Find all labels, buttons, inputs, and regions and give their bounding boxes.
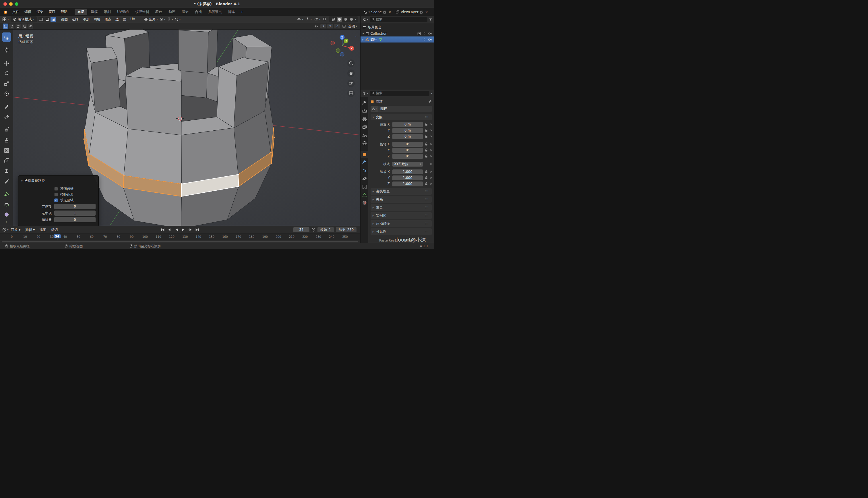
timeline-menu-0[interactable]: 回放 ▾ xyxy=(9,227,23,233)
viewport-menu-3[interactable]: 网格 xyxy=(92,16,103,22)
timeline-menu-2[interactable]: 视图 xyxy=(37,227,49,233)
animate-decorator-icon[interactable] xyxy=(430,143,432,145)
transform-value-field[interactable]: 0° xyxy=(392,142,423,147)
properties-tab-data[interactable] xyxy=(361,191,368,198)
transform-value-field[interactable]: 0° xyxy=(392,148,423,153)
tool-loop-cut[interactable] xyxy=(2,166,11,175)
animate-decorator-icon[interactable] xyxy=(430,155,432,157)
properties-tab-object[interactable] xyxy=(361,151,368,158)
workspace-tab-6[interactable]: 动画 xyxy=(166,9,178,15)
properties-tab-render[interactable] xyxy=(361,107,368,115)
properties-tab-world[interactable] xyxy=(361,140,368,147)
checkbox-0[interactable] xyxy=(54,187,58,191)
wireframe-shading-button[interactable] xyxy=(331,17,336,22)
tool-extrude[interactable] xyxy=(2,136,11,145)
animate-decorator-icon[interactable] xyxy=(430,149,432,151)
animate-decorator-icon[interactable] xyxy=(430,130,432,131)
ortho-grid-icon[interactable] xyxy=(347,90,355,97)
topbar-menu-2[interactable]: 渲染 xyxy=(34,9,46,15)
tool-measure[interactable] xyxy=(2,113,11,122)
camera-view-icon[interactable] xyxy=(347,80,355,87)
properties-section-0[interactable]: ▸变换增量∷∷ xyxy=(370,188,432,195)
breadcrumb-label[interactable]: 圆环 xyxy=(376,100,383,104)
viewport-menu-5[interactable]: 边 xyxy=(113,16,121,22)
object-name-field[interactable]: 圆环 xyxy=(378,106,432,112)
pivot-point-dropdown[interactable]: ▾ xyxy=(160,17,166,21)
new-view-layer-icon[interactable] xyxy=(420,10,423,14)
animate-decorator-icon[interactable] xyxy=(430,171,432,173)
workspace-tab-10[interactable]: 脚本 xyxy=(225,9,238,15)
tool-transform[interactable] xyxy=(2,89,11,99)
viewport-menu-2[interactable]: 添加 xyxy=(81,16,92,22)
mirror-axis-z-button[interactable]: Z xyxy=(334,24,340,28)
scene-selector[interactable]: ▾ Scene × xyxy=(363,10,392,14)
select-mode-extend-button[interactable] xyxy=(9,24,14,29)
workspace-tab-8[interactable]: 合成 xyxy=(192,9,205,15)
timeline-menu-3[interactable]: 标记 xyxy=(49,227,60,233)
topbar-menu-3[interactable]: 窗口 xyxy=(46,9,58,15)
properties-section-3[interactable]: ▸实例化∷∷ xyxy=(370,212,432,219)
view-layer-selector[interactable]: ViewLayer × xyxy=(395,10,428,14)
viewport-menu-4[interactable]: 顶点 xyxy=(103,16,113,22)
field-value-1[interactable]: 1 xyxy=(54,210,96,216)
id-type-icon[interactable]: ▾ xyxy=(370,106,378,112)
timeline-ruler[interactable]: 0102030405060708090100110120130140150160… xyxy=(0,234,360,240)
properties-options-icon[interactable]: ▾ xyxy=(431,92,432,95)
workspace-tab-2[interactable]: 雕刻 xyxy=(101,9,114,15)
drag-handle-icon[interactable]: ∷∷ xyxy=(425,116,430,119)
transform-value-field[interactable]: 1.000 xyxy=(392,175,423,180)
mirror-axis-x-button[interactable]: X xyxy=(320,24,327,28)
field-value-2[interactable]: 0 xyxy=(54,217,96,222)
topbar-menu-4[interactable]: 帮助 xyxy=(58,9,70,15)
transform-value-field[interactable]: 0 m xyxy=(392,128,423,133)
expand-icon[interactable]: ▸ xyxy=(363,38,364,41)
properties-tab-constraints[interactable] xyxy=(361,183,368,190)
filter-icon[interactable] xyxy=(429,18,432,21)
lock-icon[interactable] xyxy=(425,155,428,158)
transform-value-field[interactable]: 0 m xyxy=(392,134,423,139)
properties-tab-tool[interactable] xyxy=(361,100,368,107)
mode-dropdown[interactable]: 编辑模式 ▾ xyxy=(11,16,37,22)
outliner-row-mesh-object[interactable]: ▸ 圆环 xyxy=(361,37,434,42)
lock-icon[interactable] xyxy=(425,129,428,132)
topbar-menu-0[interactable]: 文件 xyxy=(10,9,22,15)
remove-view-layer-icon[interactable]: × xyxy=(425,10,428,14)
transform-orientation-dropdown[interactable]: 全局 ▾ xyxy=(144,17,158,22)
properties-section-4[interactable]: ▸运动路径∷∷ xyxy=(370,220,432,227)
gizmos-dropdown[interactable]: ▾ xyxy=(306,17,312,21)
animate-decorator-icon[interactable] xyxy=(430,163,432,165)
animate-decorator-icon[interactable] xyxy=(430,177,432,179)
select-mode-invert-button[interactable] xyxy=(22,24,27,29)
select-mode-subtract-button[interactable] xyxy=(15,24,21,29)
rendered-shading-button[interactable] xyxy=(349,17,354,22)
viewport-3d[interactable]: 用户透视 (34) 圆环 › Y Z X ‹ ▾ xyxy=(0,29,360,226)
tool-cursor[interactable] xyxy=(2,45,11,55)
tool-knife[interactable] xyxy=(2,176,11,186)
timeline-editor-type-button[interactable]: ▾ xyxy=(2,228,9,232)
outliner-editor-type-button[interactable]: ▾ xyxy=(362,17,368,21)
operator-panel[interactable]: ▾ 拾取最短路径 跨面步进拓扑距离✓填充区域 弃选项0选中项1偏移量0 xyxy=(18,175,99,226)
next-keyframe-button[interactable] xyxy=(187,227,193,232)
properties-tab-material[interactable] xyxy=(361,199,368,206)
play-button[interactable] xyxy=(180,227,187,232)
collapse-icon[interactable]: ▾ xyxy=(21,180,23,182)
frame-start-field[interactable]: 起始 1 xyxy=(317,227,334,232)
checkbox-2[interactable]: ✓ xyxy=(54,198,58,202)
new-scene-icon[interactable] xyxy=(383,10,386,14)
editor-type-button[interactable]: ▾ xyxy=(2,17,9,22)
tool-bevel[interactable] xyxy=(2,156,11,166)
proportional-editing-toggle[interactable]: ▾ xyxy=(175,17,181,21)
topbar-menu-1[interactable]: 编辑 xyxy=(22,9,34,15)
transform-panel-header[interactable]: ▾ 变换 ∷∷ xyxy=(370,114,432,120)
viewport-menu-0[interactable]: 视图 xyxy=(59,16,70,22)
properties-tab-modifiers[interactable] xyxy=(361,159,368,166)
hide-eye-icon[interactable] xyxy=(422,32,426,35)
workspace-tab-9[interactable]: 几何节点 xyxy=(205,9,225,15)
hide-eye-icon[interactable] xyxy=(422,38,426,41)
playhead-frame-badge[interactable]: 34 xyxy=(54,234,61,238)
properties-editor-type-button[interactable]: ▾ xyxy=(362,91,368,95)
camera-visibility-icon[interactable] xyxy=(428,32,432,35)
pin-icon[interactable] xyxy=(428,100,432,103)
lock-icon[interactable] xyxy=(425,176,428,180)
lock-icon[interactable] xyxy=(425,142,428,146)
